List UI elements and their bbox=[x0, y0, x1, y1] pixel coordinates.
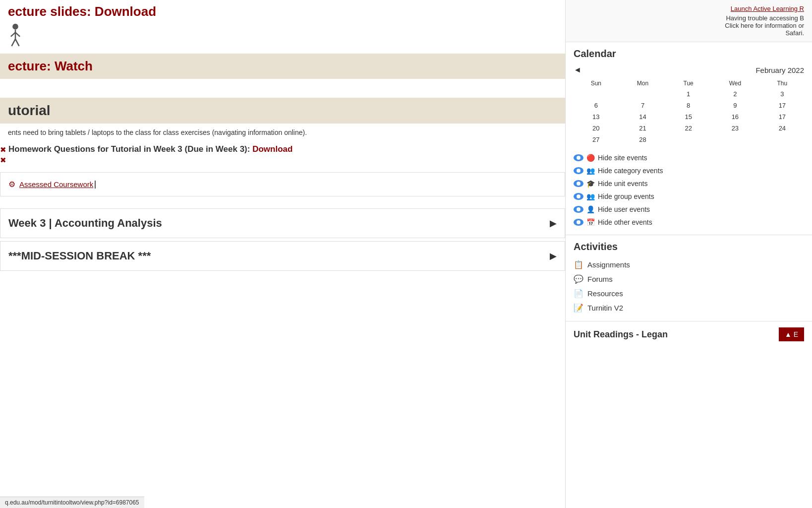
hide-other-events-label[interactable]: Hide other events bbox=[598, 218, 652, 226]
activity-turnitin: 📝 Turnitin V2 bbox=[574, 301, 804, 315]
unit-readings-title: Unit Readings - Legan bbox=[574, 329, 668, 340]
mid-session-label: ***MID-SESSION BREAK *** bbox=[8, 250, 151, 262]
cal-cell[interactable]: 22 bbox=[667, 123, 710, 134]
cal-cell bbox=[667, 134, 710, 145]
hw-icon-1: ✖ bbox=[0, 144, 6, 155]
svg-line-5 bbox=[15, 39, 19, 46]
assessed-coursework-row: ⚙ Assessed Coursework bbox=[0, 172, 565, 196]
week3-label: Week 3 | Accounting Analysis bbox=[8, 217, 162, 230]
activities-section: Activities 📋 Assignments 💬 Forums 📄 Reso… bbox=[566, 235, 812, 321]
hw-icons: ✖ ✖ bbox=[0, 144, 6, 165]
eye-icon-group[interactable] bbox=[574, 193, 583, 200]
turnitin-link[interactable]: Turnitin V2 bbox=[587, 304, 623, 312]
lecture-watch-heading: ecture: Watch bbox=[8, 59, 557, 74]
resources-icon: 📄 bbox=[574, 289, 583, 298]
mid-session-accordion-header[interactable]: ***MID-SESSION BREAK *** ▶ bbox=[0, 242, 565, 270]
category-event-icon: 👥 bbox=[586, 167, 595, 175]
cal-cell[interactable]: 2 bbox=[710, 88, 760, 100]
cal-cell[interactable]: 7 bbox=[619, 100, 667, 111]
cal-cell[interactable]: 6 bbox=[574, 100, 619, 111]
other-event-icon: 📅 bbox=[586, 218, 595, 226]
cal-header-wed: Wed bbox=[710, 78, 760, 88]
eye-icon-unit[interactable] bbox=[574, 180, 583, 187]
week3-accordion-header[interactable]: Week 3 | Accounting Analysis ▶ bbox=[0, 209, 565, 238]
assignments-icon: 📋 bbox=[574, 260, 583, 269]
lecture-slides-link[interactable]: Download bbox=[95, 4, 156, 19]
week3-accordion: Week 3 | Accounting Analysis ▶ bbox=[0, 208, 565, 238]
cal-cell[interactable]: 21 bbox=[619, 123, 667, 134]
activity-assignments: 📋 Assignments bbox=[574, 257, 804, 272]
hide-user-events-label[interactable]: Hide user events bbox=[598, 205, 650, 213]
hide-unit-events-label[interactable]: Hide unit events bbox=[598, 180, 647, 188]
cal-cell[interactable]: 17 bbox=[760, 100, 804, 111]
resources-link[interactable]: Resources bbox=[587, 289, 623, 298]
cal-cell[interactable]: 15 bbox=[667, 111, 710, 123]
lecture-slides-heading: ecture slides: Download bbox=[8, 4, 557, 19]
cal-cell[interactable]: 8 bbox=[667, 100, 710, 111]
cal-cell bbox=[574, 88, 619, 100]
sidebar-notice-text: Having trouble accessing BClick here for… bbox=[574, 14, 804, 37]
cal-cell[interactable]: 16 bbox=[710, 111, 760, 123]
cal-cell bbox=[619, 88, 667, 100]
lecture-slides-section: ecture slides: Download bbox=[0, 0, 565, 21]
calendar-grid: Sun Mon Tue Wed Thu 1 2 3 6 7 bbox=[574, 78, 804, 145]
calendar-title: Calendar bbox=[574, 48, 804, 60]
svg-point-0 bbox=[12, 24, 18, 30]
calendar-event-site: 🔴 Hide site events bbox=[574, 151, 804, 164]
cursor bbox=[95, 181, 101, 189]
calendar-event-user: 👤 Hide user events bbox=[574, 203, 804, 216]
unit-readings-section: Unit Readings - Legan ▲ E bbox=[566, 321, 812, 347]
sidebar-top-notice: Launch Active Learning R Having trouble … bbox=[566, 0, 812, 42]
calendar-prev-button[interactable]: ◄ bbox=[574, 65, 581, 74]
forums-icon: 💬 bbox=[574, 274, 583, 284]
cal-row-3: 13 14 15 16 17 bbox=[574, 111, 804, 123]
eye-icon-site[interactable] bbox=[574, 154, 583, 161]
cal-cell[interactable]: 28 bbox=[619, 134, 667, 145]
cal-cell[interactable]: 23 bbox=[710, 123, 760, 134]
cal-cell[interactable]: 3 bbox=[760, 88, 804, 100]
cal-cell[interactable]: 27 bbox=[574, 134, 619, 145]
homework-download-link[interactable]: Download bbox=[252, 144, 292, 154]
svg-line-4 bbox=[12, 39, 16, 46]
eye-icon-other[interactable] bbox=[574, 219, 583, 226]
cal-cell[interactable]: 24 bbox=[760, 123, 804, 134]
cal-cell bbox=[710, 134, 760, 145]
activity-forums: 💬 Forums bbox=[574, 272, 804, 286]
unit-readings-up-button[interactable]: ▲ E bbox=[779, 327, 804, 341]
cal-header-sun: Sun bbox=[574, 78, 619, 88]
cal-cell[interactable]: 14 bbox=[619, 111, 667, 123]
cal-cell[interactable]: 20 bbox=[574, 123, 619, 134]
forums-link[interactable]: Forums bbox=[587, 275, 613, 283]
homework-section: ✖ ✖ Homework Questions for Tutorial in W… bbox=[0, 141, 565, 168]
launch-active-learning-link[interactable]: Launch Active Learning R bbox=[574, 5, 804, 12]
cal-cell[interactable]: 13 bbox=[574, 111, 619, 123]
lecture-watch-link[interactable]: Watch bbox=[55, 59, 93, 73]
cal-cell[interactable]: 9 bbox=[710, 100, 760, 111]
calendar-events-list: 🔴 Hide site events 👥 Hide category event… bbox=[574, 151, 804, 229]
calendar-event-unit: 🎓 Hide unit events bbox=[574, 177, 804, 190]
assessed-coursework-link[interactable]: Assessed Coursework bbox=[19, 180, 93, 189]
hide-group-events-label[interactable]: Hide group events bbox=[598, 192, 654, 200]
cal-cell[interactable]: 17 bbox=[760, 111, 804, 123]
calendar-event-other: 📅 Hide other events bbox=[574, 216, 804, 229]
eye-icon-user[interactable] bbox=[574, 206, 583, 213]
lecture-watch-banner: ecture: Watch bbox=[0, 54, 565, 79]
calendar-section: Calendar ◄ February 2022 Sun Mon Tue Wed… bbox=[566, 42, 812, 235]
activities-title: Activities bbox=[574, 241, 804, 253]
hide-category-events-label[interactable]: Hide category events bbox=[598, 167, 663, 175]
group-event-icon: 👥 bbox=[586, 192, 595, 200]
svg-line-2 bbox=[11, 32, 15, 36]
assignments-link[interactable]: Assignments bbox=[587, 260, 630, 269]
mid-session-accordion: ***MID-SESSION BREAK *** ▶ bbox=[0, 241, 565, 271]
mid-session-arrow-icon: ▶ bbox=[550, 251, 557, 261]
calendar-event-group: 👥 Hide group events bbox=[574, 190, 804, 203]
hw-icon-2: ✖ bbox=[0, 155, 6, 165]
tutorial-heading: utorial bbox=[8, 103, 557, 119]
cal-cell bbox=[760, 134, 804, 145]
turnitin-icon: 📝 bbox=[574, 303, 583, 313]
user-event-icon: 👤 bbox=[586, 205, 595, 213]
eye-icon-category[interactable] bbox=[574, 167, 583, 174]
cal-header-mon: Mon bbox=[619, 78, 667, 88]
cal-cell[interactable]: 1 bbox=[667, 88, 710, 100]
hide-site-events-label[interactable]: Hide site events bbox=[598, 154, 647, 162]
